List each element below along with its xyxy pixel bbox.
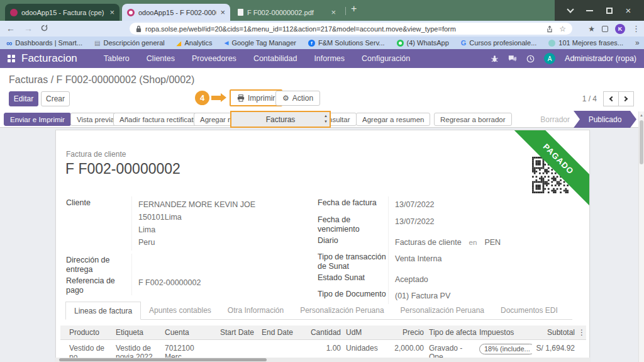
tab-lineas-de-factura[interactable]: Lineas de factura — [65, 302, 141, 320]
bookmark-label: F&M Solutions Serv... — [318, 39, 385, 47]
browser-menu-icon[interactable]: ⋮ — [632, 24, 640, 33]
reload-icon[interactable] — [40, 24, 48, 34]
tab-personalizacion-peruana-2[interactable]: Personalización Peruana — [392, 302, 492, 319]
bookmark-item[interactable]: G Cursos profesionale... — [461, 39, 537, 47]
share-icon[interactable] — [546, 25, 553, 33]
scrollbar-up-icon[interactable]: ▲ — [639, 111, 644, 117]
payment-ref-value[interactable]: F F002-00000002 — [131, 274, 310, 295]
browser-tab-2-active[interactable]: odooApp15 - F F002-00000002 × — [122, 4, 230, 21]
menu-informes[interactable]: Informes — [314, 54, 345, 63]
pager-previous-button[interactable] — [603, 91, 619, 106]
print-button[interactable]: Imprimir — [230, 89, 282, 106]
tab-otra-informacion[interactable]: Otra Información — [219, 302, 292, 319]
annotation-arrow — [211, 96, 221, 100]
vertical-scrollbar[interactable]: ▲ — [638, 111, 644, 362]
tab-search-chevron-icon[interactable] — [567, 6, 574, 13]
customer-value[interactable]: FERNANDEZ MORE KEVIN JOE 150101Lima Lima… — [131, 196, 310, 251]
bookmark-star-icon[interactable]: ☆ — [559, 25, 566, 33]
add-summary-button[interactable]: Agregar a resumen — [356, 113, 430, 126]
pager-next-button[interactable] — [618, 91, 634, 106]
col-precio[interactable]: Precio — [382, 325, 426, 339]
breadcrumb-parent[interactable]: Facturas — [9, 74, 48, 85]
url-bar[interactable]: ropa.solse.pe/web#id=20&cids=1&menu_id=1… — [130, 23, 572, 35]
extension-square-icon[interactable] — [602, 26, 608, 32]
state-posted-badge[interactable]: Publicado — [574, 111, 636, 128]
print-dropdown-item-facturas[interactable]: Facturas — [266, 115, 296, 124]
profile-avatar[interactable]: K — [615, 24, 625, 34]
invoice-number: F F002-00000002 — [65, 161, 180, 178]
bookmark-item[interactable]: ◀ Google Tag Manager — [224, 39, 296, 47]
journal-currency[interactable]: PEN — [484, 238, 501, 247]
app-name[interactable]: Facturacion — [21, 52, 77, 65]
invoice-notebook-tabs: Lineas de factura Apuntes contables Otra… — [65, 302, 572, 320]
new-tab-button[interactable]: + — [351, 3, 357, 14]
tab-documentos-edi[interactable]: Documentos EDI — [492, 302, 566, 319]
bookmark-item[interactable]: 101 Mejores frases... — [548, 39, 623, 47]
minimize-icon[interactable] — [586, 10, 593, 11]
dropdown-scroll-arrows[interactable]: ▲ ▼ — [324, 113, 328, 125]
col-producto[interactable]: Producto — [60, 325, 113, 339]
table-options-icon[interactable]: ⋮ — [577, 325, 586, 339]
extension-icon[interactable]: ★ — [588, 25, 595, 33]
action-button[interactable]: ⚙ Action — [275, 91, 320, 106]
bookmark-item[interactable]: f F&M Solutions Serv... — [308, 39, 385, 47]
tab-apuntes-contables[interactable]: Apuntes contables — [141, 302, 219, 319]
col-tipo-afecta[interactable]: Tipo de afecta. — [426, 325, 477, 339]
maximize-icon[interactable] — [606, 8, 613, 14]
debug-icon[interactable] — [491, 55, 499, 63]
action-label: Action — [292, 94, 313, 103]
col-etiqueta[interactable]: Etiqueta — [113, 325, 162, 339]
journal-value[interactable]: Facturas de clienteenPEN — [388, 234, 584, 251]
state-draft[interactable]: Borrador — [540, 115, 570, 124]
bookmark-item[interactable]: (4) WhatsApp — [397, 39, 449, 47]
col-impuestos[interactable]: Impuestos — [477, 325, 532, 339]
sunat-state-value[interactable]: Aceptado — [388, 271, 584, 288]
apps-grid-icon[interactable] — [8, 55, 15, 62]
tab-divider — [345, 7, 346, 15]
edit-button[interactable]: Editar — [9, 91, 38, 106]
horizontal-scrollbar[interactable] — [55, 358, 590, 362]
menu-configuracion[interactable]: Configuración — [362, 54, 410, 63]
reset-draft-button[interactable]: Regresar a borrador — [434, 113, 512, 126]
horizontal-scrollbar-thumb[interactable] — [59, 358, 267, 361]
menu-contabilidad[interactable]: Contabilidad — [253, 54, 297, 63]
messages-icon[interactable] — [508, 55, 517, 63]
tab-personalizacion-peruana-1[interactable]: Personalización Peruana — [292, 302, 392, 319]
create-button[interactable]: Crear — [41, 91, 70, 106]
tab-close-icon[interactable]: × — [109, 8, 114, 17]
col-start-date[interactable]: Start Date — [218, 325, 259, 339]
url-text[interactable]: ropa.solse.pe/web#id=20&cids=1&menu_id=1… — [145, 25, 546, 33]
col-end-date[interactable]: End Date — [259, 325, 307, 339]
col-udm[interactable]: UdM — [343, 325, 382, 339]
vertical-scrollbar-thumb[interactable] — [640, 120, 643, 164]
spin-down-icon[interactable]: ▼ — [324, 119, 328, 125]
bookmarks-overflow-icon[interactable]: » — [635, 38, 640, 47]
bookmark-item[interactable]: ▤ Descripción general — [94, 39, 165, 47]
user-avatar[interactable]: A — [544, 53, 555, 64]
close-window-icon[interactable]: × — [625, 6, 631, 15]
col-subtotal[interactable]: Subtotal — [532, 325, 577, 339]
activities-clock-icon[interactable] — [526, 55, 535, 63]
menu-tablero[interactable]: Tablero — [104, 54, 130, 63]
bookmark-item[interactable]: ◢ Analytics — [177, 39, 213, 47]
browser-tab-3[interactable]: F F002-00000002.pdf × — [233, 4, 341, 21]
delivery-address-value[interactable] — [131, 254, 310, 274]
col-cuenta[interactable]: Cuenta — [162, 325, 218, 339]
lock-icon[interactable] — [136, 25, 142, 33]
tab-close-icon[interactable]: × — [220, 8, 225, 17]
sunat-transaction-value[interactable]: Venta Interna — [388, 251, 584, 271]
spin-up-icon[interactable]: ▲ — [324, 113, 328, 119]
user-name[interactable]: Administrador (ropa) — [565, 54, 636, 63]
bookmark-label: (4) WhatsApp — [407, 39, 449, 47]
browser-tab-1[interactable]: odooApp15 - Factura (cpe) × — [5, 4, 119, 21]
bookmark-item[interactable]: ∞ Dashboards | Smart... — [6, 38, 82, 48]
journal-name[interactable]: Facturas de cliente — [395, 238, 462, 247]
tab-close-icon[interactable]: × — [331, 8, 336, 17]
back-icon[interactable]: ← — [6, 23, 15, 33]
customer-name[interactable]: FERNANDEZ MORE KEVIN JOE — [138, 198, 310, 211]
col-cantidad[interactable]: Cantidad — [307, 325, 343, 339]
tax-badge[interactable]: 18% (include... — [479, 344, 532, 354]
menu-clientes[interactable]: Clientes — [147, 54, 175, 63]
send-print-button[interactable]: Enviar e Imprimir — [4, 113, 71, 126]
menu-proveedores[interactable]: Proveedores — [192, 54, 236, 63]
